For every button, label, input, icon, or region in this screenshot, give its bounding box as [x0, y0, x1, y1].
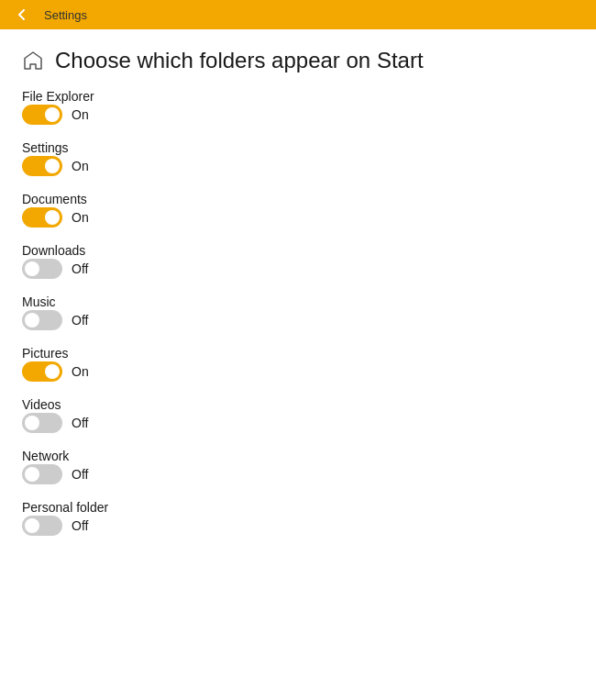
toggle-state-label-network: Off [72, 467, 88, 482]
titlebar-app-name: Settings [44, 8, 87, 22]
toggle-row-settings: On [22, 156, 574, 176]
folder-item-network: NetworkOff [22, 448, 574, 484]
toggle-knob-personal-folder [25, 518, 39, 533]
back-icon [17, 9, 28, 20]
folder-item-pictures: PicturesOn [22, 345, 574, 382]
toggle-pictures[interactable] [22, 361, 62, 382]
folder-label-music: Music [22, 294, 56, 309]
toggle-knob-pictures [45, 364, 60, 379]
folder-label-documents: Documents [22, 192, 87, 206]
back-button[interactable] [7, 0, 37, 29]
folder-label-downloads: Downloads [22, 243, 85, 258]
toggle-state-label-pictures: On [72, 364, 89, 379]
toggle-videos[interactable] [22, 413, 62, 433]
toggle-settings[interactable] [22, 156, 62, 176]
toggle-state-label-file-explorer: On [72, 107, 89, 122]
toggle-state-label-settings: On [72, 159, 89, 173]
toggle-state-label-personal-folder: Off [72, 518, 88, 533]
toggle-documents[interactable] [22, 207, 62, 228]
toggle-state-label-music: Off [72, 313, 88, 328]
toggle-row-documents: On [22, 207, 574, 228]
folder-list: File ExplorerOnSettingsOnDocumentsOnDown… [0, 88, 596, 536]
toggle-row-music: Off [22, 310, 574, 330]
folder-item-file-explorer: File ExplorerOn [22, 88, 574, 125]
toggle-row-personal-folder: Off [22, 516, 574, 536]
toggle-file-explorer[interactable] [22, 105, 62, 125]
folder-label-personal-folder: Personal folder [22, 500, 108, 515]
folder-label-pictures: Pictures [22, 346, 69, 361]
toggle-state-label-videos: Off [72, 416, 88, 430]
toggle-state-label-downloads: Off [72, 261, 88, 276]
toggle-row-file-explorer: On [22, 105, 574, 125]
toggle-state-label-documents: On [72, 210, 89, 225]
folder-item-videos: VideosOff [22, 396, 574, 433]
toggle-row-downloads: Off [22, 259, 574, 279]
folder-item-downloads: DownloadsOff [22, 242, 574, 279]
folder-item-documents: DocumentsOn [22, 191, 574, 228]
folder-item-personal-folder: Personal folderOff [22, 499, 574, 536]
folder-label-network: Network [22, 449, 69, 463]
toggle-knob-music [25, 313, 39, 328]
toggle-knob-network [25, 467, 39, 482]
toggle-knob-settings [45, 159, 60, 173]
toggle-downloads[interactable] [22, 259, 62, 279]
folder-label-file-explorer: File Explorer [22, 89, 94, 104]
toggle-row-pictures: On [22, 361, 574, 382]
toggle-network[interactable] [22, 464, 62, 484]
page-header: Choose which folders appear on Start [0, 29, 596, 88]
toggle-knob-file-explorer [45, 107, 60, 122]
toggle-knob-documents [45, 210, 60, 225]
title-bar: Settings [0, 0, 596, 29]
folder-label-settings: Settings [22, 140, 69, 155]
toggle-row-network: Off [22, 464, 574, 484]
folder-label-videos: Videos [22, 397, 61, 412]
toggle-music[interactable] [22, 310, 62, 330]
page-title: Choose which folders appear on Start [55, 48, 424, 73]
folder-item-music: MusicOff [22, 294, 574, 330]
home-icon [22, 50, 44, 72]
toggle-knob-videos [25, 416, 39, 430]
toggle-knob-downloads [25, 261, 39, 276]
folder-item-settings: SettingsOn [22, 139, 574, 176]
toggle-row-videos: Off [22, 413, 574, 433]
toggle-personal-folder[interactable] [22, 516, 62, 536]
